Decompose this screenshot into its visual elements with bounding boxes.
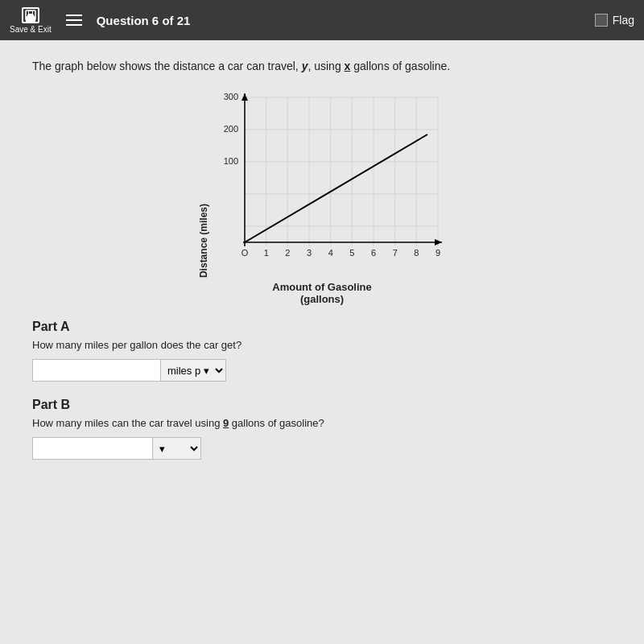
- part-a-answer-row: miles p ▾ miles: [32, 359, 612, 382]
- question-text: The graph below shows the distance a car…: [32, 58, 612, 75]
- svg-text:4: 4: [328, 248, 333, 258]
- part-b-question-part2: gallons of gasoline?: [229, 417, 324, 429]
- save-exit-button[interactable]: Save & Exit: [10, 7, 52, 34]
- hamburger-line: [66, 24, 82, 26]
- svg-marker-22: [435, 239, 442, 246]
- graph-wrapper: Distance (miles): [32, 89, 612, 305]
- x-axis-label-line2: (gallons): [272, 293, 372, 305]
- svg-rect-1: [27, 14, 34, 19]
- svg-rect-3: [29, 11, 32, 14]
- svg-text:2: 2: [285, 248, 290, 258]
- save-exit-label: Save & Exit: [10, 25, 52, 34]
- toolbar: Save & Exit Question 6 of 21 Flag: [0, 0, 644, 40]
- x-axis-label-line1: Amount of Gasoline: [272, 281, 372, 293]
- flag-checkbox[interactable]: [595, 14, 608, 27]
- part-b-question-part1: How many miles can the car travel using: [32, 417, 223, 429]
- svg-text:9: 9: [436, 248, 440, 258]
- question-text-part2: , using: [308, 60, 344, 72]
- question-text-part3: gallons of gasoline.: [350, 60, 450, 72]
- part-a-section: Part A How many miles per gallon does th…: [32, 320, 612, 382]
- svg-text:8: 8: [414, 248, 419, 258]
- part-a-title: Part A: [32, 320, 612, 334]
- svg-text:5: 5: [349, 248, 354, 258]
- part-b-section: Part B How many miles can the car travel…: [32, 398, 612, 460]
- graph-inner: Distance (miles): [198, 89, 446, 278]
- part-b-answer-row: ▾ miles: [32, 437, 612, 460]
- part-b-title: Part B: [32, 398, 612, 412]
- question-text-part1: The graph below shows the distance a car…: [32, 60, 302, 72]
- part-a-input[interactable]: [32, 359, 161, 382]
- part-b-unit-select[interactable]: ▾ miles: [153, 437, 201, 460]
- flag-label: Flag: [613, 14, 634, 27]
- svg-text:7: 7: [393, 248, 398, 258]
- svg-text:O: O: [242, 248, 249, 258]
- svg-text:100: 100: [224, 156, 238, 166]
- main-content: The graph below shows the distance a car…: [0, 40, 644, 644]
- part-a-unit-select[interactable]: miles p ▾ miles: [161, 359, 226, 382]
- flag-button[interactable]: Flag: [595, 14, 634, 27]
- hamburger-menu-button[interactable]: [63, 11, 85, 29]
- svg-text:200: 200: [224, 124, 238, 134]
- graph-svg: 100 200 300 O 1 2 3 4 5 6 7 8 9: [213, 89, 446, 275]
- part-a-question: How many miles per gallon does the car g…: [32, 339, 612, 351]
- svg-text:1: 1: [264, 248, 269, 258]
- hamburger-line: [66, 14, 82, 16]
- svg-text:3: 3: [307, 248, 312, 258]
- question-counter: Question 6 of 21: [97, 14, 584, 27]
- graph-container: Distance (miles): [198, 89, 446, 305]
- svg-text:300: 300: [224, 92, 238, 101]
- chart-area: 100 200 300 O 1 2 3 4 5 6 7 8 9: [213, 89, 446, 278]
- svg-text:6: 6: [371, 248, 376, 258]
- part-b-question: How many miles can the car travel using …: [32, 417, 612, 429]
- part-b-input[interactable]: [32, 437, 153, 460]
- hamburger-line: [66, 19, 82, 21]
- x-axis-label: Amount of Gasoline (gallons): [272, 278, 372, 305]
- svg-marker-20: [242, 93, 248, 101]
- y-axis-label: Distance (miles): [198, 204, 209, 278]
- save-exit-icon: [22, 7, 39, 23]
